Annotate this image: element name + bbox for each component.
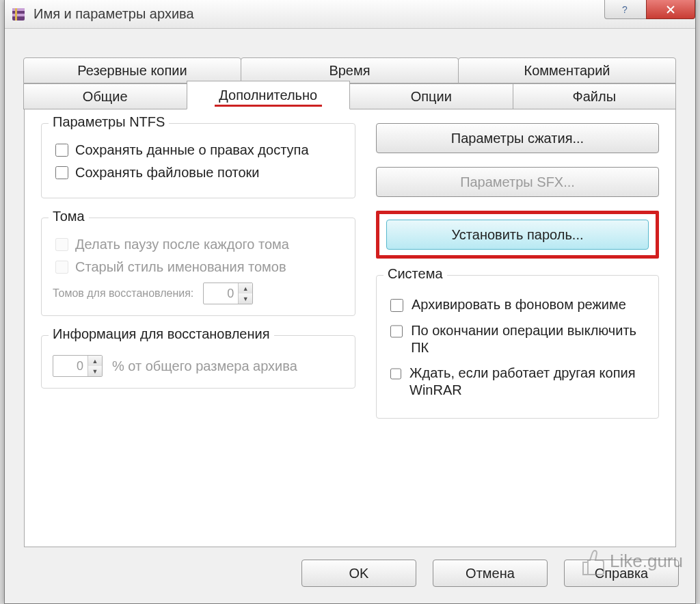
winrar-icon (10, 6, 27, 23)
archive-params-dialog: Имя и параметры архива ? Резервные копии… (4, 0, 696, 604)
checkbox-old-naming (55, 261, 68, 274)
group-ntfs: Параметры NTFS Сохранять данные о правах… (41, 123, 355, 198)
sfx-params-button: Параметры SFX... (376, 167, 659, 197)
svg-rect-1 (12, 8, 25, 11)
dialog-buttons: OK Отмена Справка (301, 560, 679, 587)
window-close-button[interactable] (646, 0, 695, 19)
group-ntfs-title: Параметры NTFS (49, 114, 169, 130)
help-button[interactable]: Справка (564, 560, 679, 587)
tab-time[interactable]: Время (241, 57, 459, 83)
label-wait-other: Ждать, если работает другая копия WinRAR (409, 365, 647, 399)
window-help-button[interactable]: ? (604, 0, 647, 19)
svg-text:?: ? (622, 5, 628, 14)
group-recovery-info: Информация для восстановления ▲▼ % от об… (41, 335, 355, 389)
tab-options[interactable]: Опции (349, 83, 513, 109)
group-system: Система Архивировать в фоновом режиме По… (376, 275, 659, 419)
group-recovery-title: Информация для восстановления (49, 326, 274, 342)
label-save-acl: Сохранять данные о правах доступа (75, 142, 309, 158)
window-buttons: ? (605, 0, 695, 19)
spinner-recovery-volumes: ▲▼ (203, 283, 253, 304)
label-old-naming: Старый стиль именования томов (75, 259, 286, 275)
titlebar: Имя и параметры архива ? (5, 0, 695, 29)
highlight-box: Установить пароль... (376, 211, 659, 259)
group-volumes-title: Тома (49, 209, 89, 224)
svg-rect-3 (15, 8, 17, 21)
checkbox-save-streams[interactable] (55, 166, 68, 179)
checkbox-save-acl[interactable] (55, 144, 68, 157)
spinner-recovery-percent[interactable]: ▲▼ (53, 355, 103, 377)
label-background: Архивировать в фоновом режиме (412, 296, 626, 313)
cancel-button[interactable]: Отмена (433, 560, 548, 587)
checkbox-wait-other[interactable] (390, 367, 401, 380)
compression-params-button[interactable]: Параметры сжатия... (376, 123, 659, 153)
spinner-up-icon: ▲ (239, 283, 252, 293)
set-password-button[interactable]: Установить пароль... (386, 220, 649, 250)
checkbox-shutdown[interactable] (390, 325, 403, 338)
label-recovery-volumes: Томов для восстановления: (53, 287, 193, 300)
input-recovery-volumes (204, 283, 238, 304)
tab-backups[interactable]: Резервные копии (23, 57, 241, 83)
label-pause-volume: Делать паузу после каждого тома (75, 237, 289, 252)
input-recovery-percent[interactable] (53, 356, 88, 376)
tab-comment[interactable]: Комментарий (458, 57, 676, 83)
tab-panel-advanced: Параметры NTFS Сохранять данные о правах… (24, 109, 676, 547)
tab-files[interactable]: Файлы (513, 83, 677, 109)
tab-general[interactable]: Общие (23, 83, 187, 109)
label-save-streams: Сохранять файловые потоки (75, 165, 260, 181)
group-volumes: Тома Делать паузу после каждого тома Ста… (41, 218, 355, 316)
window-title: Имя и параметры архива (33, 6, 605, 22)
group-system-title: Система (383, 266, 447, 282)
spinner-up-icon[interactable]: ▲ (88, 356, 102, 366)
active-tab-underline (215, 105, 323, 107)
svg-rect-2 (12, 14, 25, 16)
checkbox-pause-volume (55, 238, 68, 251)
checkbox-background[interactable] (390, 299, 403, 312)
label-recovery-percent: % от общего размера архива (112, 358, 297, 374)
spinner-down-icon: ▼ (239, 293, 252, 304)
tab-advanced[interactable]: Дополнительно (187, 81, 351, 109)
spinner-down-icon[interactable]: ▼ (88, 366, 102, 376)
tabs: Резервные копии Время Комментарий Общие … (24, 57, 676, 109)
ok-button[interactable]: OK (301, 560, 416, 587)
label-shutdown: По окончании операции выключить ПК (411, 322, 647, 356)
